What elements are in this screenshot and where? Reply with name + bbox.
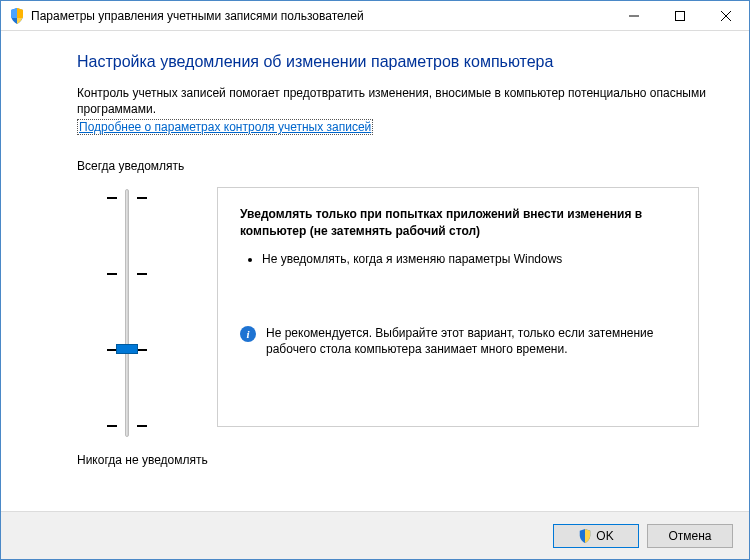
close-button[interactable]	[703, 1, 749, 30]
footer-bar: OK Отмена	[1, 511, 749, 559]
cancel-button-label: Отмена	[668, 529, 711, 543]
body-row: Всегда уведомлять Никогда не уведомлять …	[77, 159, 709, 477]
svg-rect-0	[676, 11, 685, 20]
slider-thumb[interactable]	[116, 344, 138, 354]
slider-label-always: Всегда уведомлять	[77, 159, 217, 173]
maximize-icon	[675, 11, 685, 21]
slider-tick	[107, 425, 117, 427]
ok-button-label: OK	[596, 529, 613, 543]
cancel-button[interactable]: Отмена	[647, 524, 733, 548]
slider-label-never: Никогда не уведомлять	[77, 453, 217, 467]
slider-tick	[137, 425, 147, 427]
panel-bullet-list: Не уведомлять, когда я изменяю параметры…	[262, 251, 676, 267]
slider-tick	[107, 273, 117, 275]
minimize-icon	[629, 11, 639, 21]
panel-note-text: Не рекомендуется. Выбирайте этот вариант…	[266, 325, 676, 357]
help-link[interactable]: Подробнее о параметрах контроля учетных …	[77, 119, 373, 135]
slider-tick	[137, 197, 147, 199]
ok-button[interactable]: OK	[553, 524, 639, 548]
page-heading: Настройка уведомления об изменении парам…	[77, 53, 709, 71]
content-area: Настройка уведомления об изменении парам…	[1, 31, 749, 511]
panel-note: i Не рекомендуется. Выбирайте этот вариа…	[240, 325, 676, 357]
uac-slider[interactable]	[77, 183, 177, 443]
level-description-panel: Уведомлять только при попытках приложени…	[217, 187, 699, 427]
minimize-button[interactable]	[611, 1, 657, 30]
info-icon: i	[240, 326, 256, 342]
titlebar: Параметры управления учетными записями п…	[1, 1, 749, 31]
description-text: Контроль учетных записей помогает предот…	[77, 85, 709, 117]
panel-bullet: Не уведомлять, когда я изменяю параметры…	[262, 251, 676, 267]
panel-title: Уведомлять только при попытках приложени…	[240, 206, 676, 238]
slider-track	[125, 189, 129, 437]
close-icon	[721, 11, 731, 21]
slider-tick	[137, 349, 147, 351]
slider-tick	[137, 273, 147, 275]
window-title: Параметры управления учетными записями п…	[31, 9, 611, 23]
shield-icon	[9, 8, 25, 24]
maximize-button[interactable]	[657, 1, 703, 30]
slider-tick	[107, 197, 117, 199]
shield-icon	[578, 529, 592, 543]
slider-column: Всегда уведомлять Никогда не уведомлять	[77, 159, 217, 477]
window-buttons	[611, 1, 749, 30]
